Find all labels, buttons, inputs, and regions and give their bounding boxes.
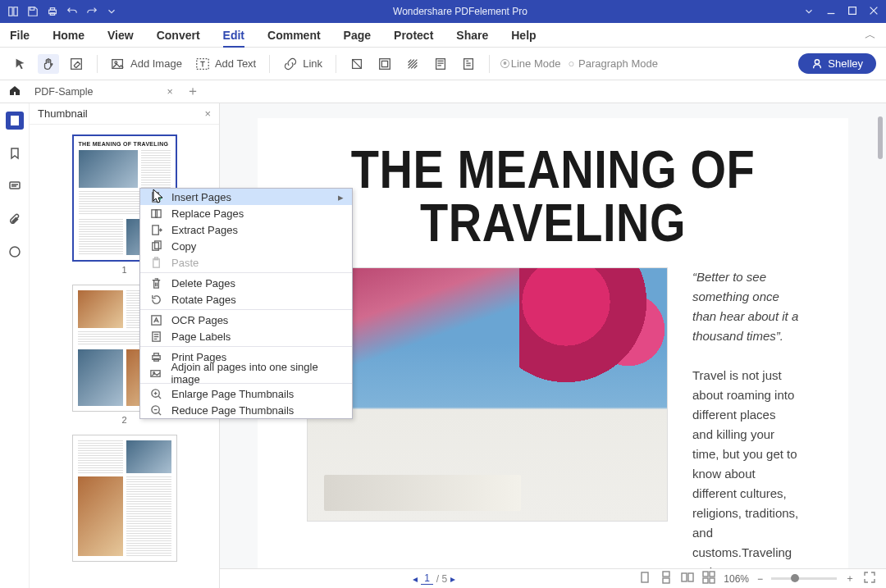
context-enlarge-label: Enlarge Page Thumbnails (171, 388, 294, 400)
menu-comment[interactable]: Comment (267, 29, 321, 42)
link-button[interactable]: Link (280, 54, 326, 74)
context-reduce[interactable]: Reduce Page Thumbnails (140, 402, 352, 418)
header-footer-tool[interactable] (430, 54, 451, 74)
menu-edit[interactable]: Edit (223, 29, 244, 42)
mouse-cursor (153, 189, 164, 203)
undo-icon[interactable] (66, 5, 79, 18)
prev-page-button[interactable]: ◂ (413, 573, 418, 585)
edit-object-tool[interactable] (66, 54, 87, 74)
context-insert[interactable]: Insert Pages▸ (140, 189, 352, 205)
hero-image (307, 267, 668, 522)
user-account-button[interactable]: Shelley (798, 53, 876, 74)
page-current[interactable]: 1 (421, 572, 433, 585)
enlarge-icon (148, 386, 163, 401)
close-window-button[interactable] (868, 5, 879, 19)
view-grid-icon[interactable] (702, 571, 715, 586)
add-image-label: Add Image (130, 57, 182, 70)
bates-tool[interactable] (458, 54, 479, 74)
svg-rect-6 (849, 7, 856, 14)
menu-share[interactable]: Share (456, 29, 488, 42)
hand-tool[interactable] (38, 54, 59, 74)
context-delete[interactable]: Delete Pages (140, 275, 352, 291)
menu-help[interactable]: Help (511, 29, 536, 42)
thumbnail-page-3[interactable] (72, 435, 177, 562)
save-icon[interactable] (26, 5, 39, 18)
minimize-button[interactable] (825, 5, 837, 19)
zoom-slider[interactable] (771, 577, 837, 580)
view-single-icon[interactable] (638, 571, 651, 586)
zoom-in-button[interactable]: ＋ (845, 572, 855, 586)
svg-rect-25 (703, 572, 708, 577)
zoom-out-button[interactable]: − (757, 573, 763, 585)
next-page-button[interactable]: ▸ (450, 573, 455, 585)
title-dropdown-right-icon[interactable] (802, 5, 815, 18)
context-replace-label: Replace Pages (171, 207, 244, 220)
menu-view[interactable]: View (107, 29, 134, 42)
svg-rect-26 (710, 572, 715, 577)
bookmarks-rail-button[interactable] (6, 144, 24, 162)
copy-icon (148, 239, 163, 253)
view-two-page-icon[interactable] (681, 571, 694, 586)
workspace: Thumbnail × THE MEANING OF TRAVELING 1 (0, 103, 886, 588)
menu-convert[interactable]: Convert (157, 29, 200, 42)
context-rotate-label: Rotate Pages (171, 294, 236, 306)
line-mode-toggle[interactable]: ⦿ Line Mode (500, 57, 560, 70)
edit-toolbar: Add Image Add Text Link ⦿ Line Mode ○ Pa… (0, 48, 886, 80)
replace-icon (148, 206, 163, 221)
menu-file[interactable]: File (10, 29, 30, 42)
print-icon[interactable] (46, 5, 59, 18)
select-tool[interactable] (10, 54, 31, 74)
add-tab-button[interactable]: ＋ (186, 83, 199, 100)
svg-rect-0 (9, 7, 12, 16)
attachments-rail-button[interactable] (6, 210, 24, 228)
context-adjoin[interactable]: Adjoin all pages into one single image (140, 365, 352, 381)
context-rotate[interactable]: Rotate Pages (140, 291, 352, 308)
zoom-value[interactable]: 106% (724, 573, 749, 585)
close-tab-icon[interactable]: × (167, 86, 173, 98)
user-name: Shelley (828, 57, 863, 70)
watermark-tool[interactable] (374, 54, 395, 74)
file-tab[interactable]: PDF-Sample × (30, 86, 178, 98)
view-continuous-icon[interactable] (660, 571, 673, 586)
fullscreen-icon[interactable] (863, 571, 876, 586)
vertical-scrollbar[interactable] (878, 116, 883, 159)
svg-rect-21 (663, 572, 669, 577)
svg-point-16 (815, 59, 820, 63)
add-image-button[interactable]: Add Image (107, 54, 185, 74)
menu-bar: File Home View Convert Edit Comment Page… (0, 23, 886, 48)
title-dropdown-icon[interactable] (105, 5, 118, 18)
home-tab-icon[interactable] (8, 84, 21, 99)
context-extract[interactable]: Extract Pages (140, 221, 352, 238)
menu-page[interactable]: Page (344, 29, 371, 42)
link-label: Link (303, 57, 322, 70)
context-reduce-label: Reduce Page Thumbnails (171, 404, 294, 417)
title-bar: Wondershare PDFelement Pro (0, 0, 886, 23)
paragraph-mode-toggle[interactable]: ○ Paragraph Mode (567, 57, 657, 70)
context-labels[interactable]: Page Labels (140, 328, 352, 344)
context-copy-label: Copy (171, 240, 196, 253)
maximize-button[interactable] (847, 5, 858, 19)
document-quote: “Better to see something once than hear … (692, 267, 799, 346)
add-text-button[interactable]: Add Text (192, 54, 259, 74)
context-replace[interactable]: Replace Pages (140, 205, 352, 221)
context-enlarge[interactable]: Enlarge Page Thumbnails (140, 385, 352, 402)
thumbnails-rail-button[interactable] (6, 112, 24, 130)
menu-protect[interactable]: Protect (394, 29, 433, 42)
redo-icon[interactable] (85, 5, 98, 18)
crop-tool[interactable] (346, 54, 368, 74)
svg-rect-30 (151, 209, 157, 217)
thumbnail-context-menu: Insert Pages▸Replace PagesExtract PagesC… (139, 188, 353, 419)
background-tool[interactable] (402, 54, 423, 74)
svg-rect-17 (11, 116, 19, 125)
context-ocr[interactable]: OCR Pages (140, 312, 352, 328)
context-copy[interactable]: Copy (140, 238, 352, 254)
svg-rect-20 (642, 572, 648, 582)
comments-rail-button[interactable] (6, 177, 24, 195)
context-labels-label: Page Labels (171, 330, 231, 343)
collapse-ribbon-icon[interactable]: ︿ (865, 28, 876, 43)
menu-home[interactable]: Home (53, 29, 84, 42)
svg-rect-18 (10, 182, 20, 189)
labels-icon (148, 329, 163, 344)
chat-rail-button[interactable] (6, 243, 24, 261)
close-thumbnail-panel-icon[interactable]: × (204, 107, 211, 120)
